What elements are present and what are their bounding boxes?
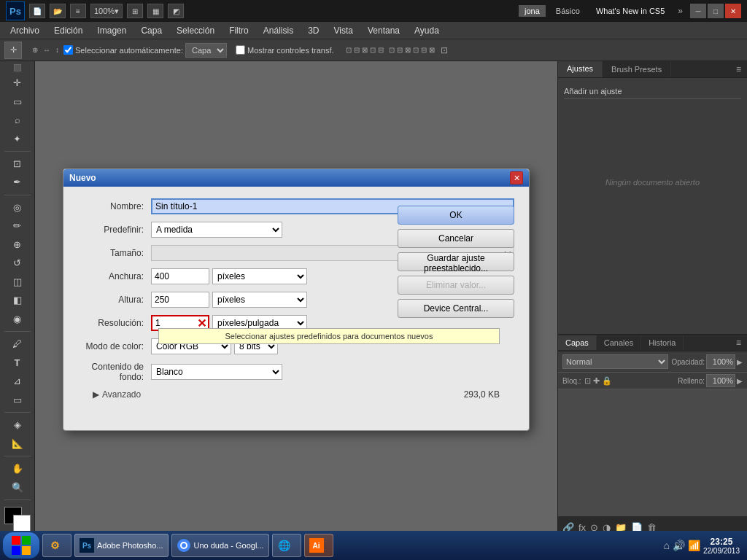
distribute-icon-2[interactable]: ⊟: [397, 46, 403, 54]
tab-historia[interactable]: Historia: [641, 335, 684, 350]
show-controls-checkbox[interactable]: Mostrar controles transf.: [236, 45, 334, 55]
menu-ventana[interactable]: Ventana: [360, 24, 407, 37]
menu-seleccion[interactable]: Selección: [169, 24, 222, 37]
brush-tool[interactable]: ✏: [9, 217, 26, 234]
menu-filtro[interactable]: Filtro: [222, 24, 256, 37]
dialog-close-btn[interactable]: ✕: [510, 171, 523, 184]
taskbar-app-system[interactable]: ⚙: [42, 534, 71, 557]
workspace-basic[interactable]: Básico: [550, 7, 586, 15]
new-doc-btn[interactable]: 📄: [29, 4, 45, 18]
tray-icon-2[interactable]: 🔊: [673, 540, 685, 551]
advanced-toggle[interactable]: ▶ Avanzado: [93, 389, 141, 400]
panel-menu-icon[interactable]: ≡: [730, 61, 747, 77]
menu-ayuda[interactable]: Ayuda: [407, 24, 446, 37]
color-swatch[interactable]: [4, 507, 31, 532]
distribute-icon-5[interactable]: ⊟: [421, 46, 427, 54]
clock[interactable]: 23:25 22/09/2013: [703, 537, 740, 555]
clone-tool[interactable]: ⊕: [9, 236, 26, 253]
taskbar-app-photoshop[interactable]: Ps Adobe Photosho...: [74, 534, 169, 557]
cancelar-button[interactable]: Cancelar: [398, 229, 514, 248]
crop-tool[interactable]: ⊡: [9, 155, 26, 172]
align-icon-1[interactable]: ⊡: [346, 46, 352, 54]
guardar-ajuste-button[interactable]: Guardar ajuste preestablecido...: [398, 252, 514, 271]
align-icon-3[interactable]: ⊠: [362, 46, 368, 54]
menu-3d[interactable]: 3D: [301, 24, 326, 37]
workspace-new[interactable]: What's New in CS5: [590, 7, 670, 15]
distribute-icon-4[interactable]: ⊡: [413, 46, 419, 54]
opacity-input[interactable]: [706, 354, 735, 369]
anchura-input[interactable]: [151, 268, 209, 284]
taskbar-app-chrome[interactable]: Uno duda - Googl...: [171, 534, 269, 557]
arrange2-btn[interactable]: ◩: [168, 4, 184, 18]
pen-tool[interactable]: 🖊: [9, 335, 26, 352]
maximize-btn[interactable]: □: [708, 4, 724, 18]
fill-arrow[interactable]: ▶: [737, 377, 743, 385]
align-icon-2[interactable]: ⊟: [354, 46, 360, 54]
anchura-unit-select[interactable]: píxeles: [212, 268, 307, 284]
history-brush[interactable]: ↺: [9, 254, 26, 271]
hand-tool[interactable]: ✋: [9, 460, 26, 477]
opacity-arrow[interactable]: ▶: [737, 358, 743, 366]
altura-unit-select[interactable]: píxeles: [212, 292, 307, 308]
background-color[interactable]: [13, 515, 31, 532]
shape-tool[interactable]: ▭: [9, 391, 26, 408]
lasso-tool[interactable]: ⌕: [9, 112, 26, 128]
tab-brush-presets[interactable]: Brush Presets: [603, 62, 671, 77]
distribute-icon-1[interactable]: ⊡: [389, 46, 395, 54]
taskbar-app-ie[interactable]: 🌐: [272, 534, 301, 557]
show-controls-input[interactable]: [236, 45, 245, 55]
predefinir-select[interactable]: A medida: [151, 222, 282, 238]
lock-all-icon[interactable]: 🔒: [602, 376, 612, 386]
spot-heal-tool[interactable]: ◎: [9, 199, 26, 216]
tab-capas[interactable]: Capas: [558, 335, 597, 350]
device-central-button[interactable]: Device Central...: [398, 299, 514, 318]
3d-tool[interactable]: ◈: [9, 416, 26, 433]
menu-capa[interactable]: Capa: [133, 24, 169, 37]
start-button[interactable]: [3, 532, 39, 559]
eraser-tool[interactable]: ◫: [9, 273, 26, 290]
type-tool[interactable]: T: [9, 354, 26, 371]
ok-button[interactable]: OK: [398, 206, 514, 225]
dodge-tool[interactable]: ◉: [9, 311, 26, 327]
minimize-btn[interactable]: ─: [690, 4, 706, 18]
blend-mode-select[interactable]: Normal: [562, 354, 668, 369]
close-btn[interactable]: ✕: [725, 4, 741, 18]
move-tool-icon[interactable]: ✛: [4, 42, 22, 59]
taskbar-app-illustrator[interactable]: Ai: [304, 534, 333, 557]
marquee-tool[interactable]: ▭: [9, 93, 26, 109]
gradient-tool[interactable]: ◧: [9, 292, 26, 308]
tab-ajustes[interactable]: Ajustes: [558, 61, 603, 77]
menu-archivo[interactable]: Archivo: [3, 24, 47, 37]
eliminar-button[interactable]: Eliminar valor...: [398, 276, 514, 295]
measure-tool[interactable]: 📐: [9, 435, 26, 451]
menu-imagen[interactable]: Imagen: [90, 24, 133, 37]
eyedropper-tool[interactable]: ✒: [9, 174, 26, 190]
layers-menu-icon[interactable]: ≡: [730, 335, 747, 351]
menu-vista[interactable]: Vista: [327, 24, 360, 37]
magic-wand[interactable]: ✦: [9, 130, 26, 147]
lock-checkered-icon[interactable]: ⊡: [584, 376, 591, 386]
align-icon-4[interactable]: ⊡: [370, 46, 376, 54]
menu-analisis[interactable]: Análisis: [256, 24, 301, 37]
fill-input[interactable]: [706, 374, 735, 387]
auto-select-select[interactable]: Capa: [185, 43, 227, 58]
extra-opt-icon[interactable]: ⊡: [441, 45, 448, 55]
browse-btn[interactable]: ≡: [70, 4, 86, 18]
fondo-select[interactable]: Blanco: [151, 364, 282, 380]
tray-icon-1[interactable]: ⌂: [663, 540, 669, 551]
more-workspaces[interactable]: »: [675, 6, 686, 16]
open-btn[interactable]: 📂: [50, 4, 66, 18]
tab-canales[interactable]: Canales: [597, 335, 641, 350]
view-btn[interactable]: ⊞: [127, 4, 143, 18]
altura-input[interactable]: [151, 292, 209, 308]
auto-select-checkbox[interactable]: Seleccionar automáticamente: Capa: [63, 43, 227, 58]
move-tool[interactable]: ✛: [9, 74, 26, 91]
distribute-icon-6[interactable]: ⊠: [429, 46, 435, 54]
zoom-tool[interactable]: 🔍: [9, 478, 26, 495]
tray-icon-3[interactable]: 📶: [688, 540, 700, 551]
distribute-icon-3[interactable]: ⊠: [405, 46, 411, 54]
arrange-btn[interactable]: ▦: [147, 4, 163, 18]
menu-edicion[interactable]: Edición: [47, 24, 90, 37]
lock-move-icon[interactable]: ✚: [593, 376, 600, 386]
path-select-tool[interactable]: ⊿: [9, 373, 26, 389]
